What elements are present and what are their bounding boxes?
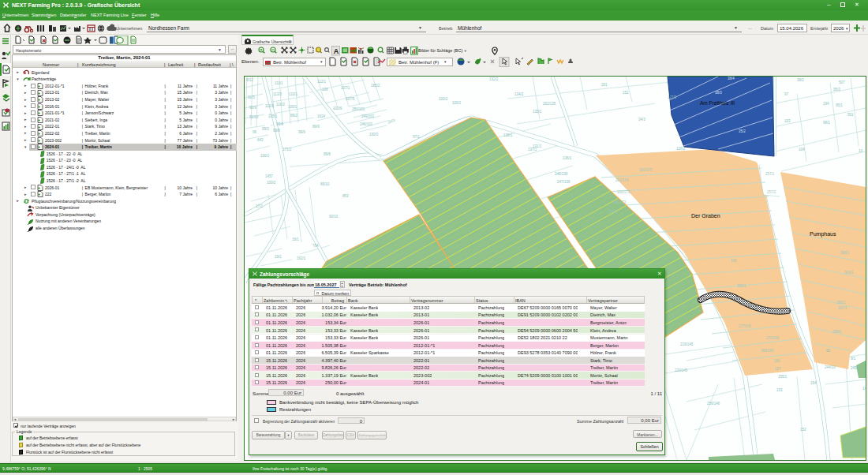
svg-text:89/9: 89/9	[312, 125, 320, 129]
svg-text:99/9: 99/9	[298, 130, 305, 134]
svg-text:10: 10	[859, 149, 863, 153]
svg-text:38/3: 38/3	[715, 91, 722, 95]
svg-text:203/174: 203/174	[615, 178, 629, 182]
svg-text:97/1: 97/1	[413, 135, 420, 139]
svg-text:152: 152	[623, 91, 629, 95]
svg-text:97: 97	[784, 92, 789, 96]
svg-text:17/2: 17/2	[256, 204, 263, 208]
svg-text:247/139: 247/139	[557, 180, 571, 184]
svg-text:171/2: 171/2	[282, 148, 292, 151]
svg-text:99/8: 99/8	[273, 129, 280, 133]
svg-text:308/1: 308/1	[840, 251, 850, 255]
svg-text:100/1: 100/1	[452, 101, 462, 105]
svg-text:202/173: 202/173	[617, 190, 630, 194]
svg-text:269/160: 269/160	[761, 349, 774, 353]
svg-text:249/101: 249/101	[361, 114, 375, 118]
svg-text:50/10: 50/10	[249, 115, 259, 119]
svg-text:95/1: 95/1	[836, 103, 843, 107]
svg-text:157: 157	[775, 367, 781, 371]
svg-text:100/2: 100/2	[267, 181, 276, 185]
svg-text:38/4: 38/4	[728, 77, 735, 80]
svg-text:100/2: 100/2	[439, 97, 448, 101]
svg-text:138/1: 138/1	[503, 133, 513, 137]
svg-text:A: A	[334, 47, 339, 55]
svg-text:Pumphaus: Pumphaus	[810, 231, 836, 238]
svg-text:Der Graben: Der Graben	[691, 213, 720, 219]
svg-text:358/1: 358/1	[737, 284, 746, 288]
svg-text:38/2: 38/2	[797, 78, 804, 82]
svg-text:92: 92	[826, 349, 831, 353]
svg-text:1457: 1457	[265, 174, 274, 178]
svg-text:89/10: 89/10	[320, 182, 330, 186]
svg-text:136/1: 136/1	[563, 156, 572, 160]
svg-text:19/1: 19/1	[275, 255, 282, 259]
svg-text:309/1: 309/1	[844, 271, 854, 275]
svg-text:102/6: 102/6	[333, 107, 342, 110]
svg-text:165: 165	[774, 359, 780, 363]
svg-text:853: 853	[342, 194, 349, 198]
svg-text:91/5: 91/5	[248, 95, 255, 99]
svg-text:201: 201	[601, 83, 608, 87]
svg-text:153: 153	[776, 388, 783, 392]
svg-text:152: 152	[800, 428, 806, 432]
svg-text:100/1: 100/1	[288, 105, 297, 109]
svg-text:34/3: 34/3	[638, 118, 645, 122]
svg-text:250/101: 250/101	[352, 107, 365, 111]
svg-text:202/135: 202/135	[543, 102, 556, 106]
svg-text:200/175: 200/175	[639, 168, 653, 172]
svg-text:246/139: 246/139	[555, 172, 568, 176]
svg-text:110/2: 110/2	[276, 103, 285, 107]
svg-text:257/1: 257/1	[765, 172, 775, 176]
svg-text:100/1: 100/1	[260, 154, 270, 158]
svg-text:107/5: 107/5	[346, 97, 355, 101]
svg-text:1624: 1624	[317, 114, 326, 118]
svg-text:202/172: 202/172	[613, 200, 627, 204]
svg-text:246/101: 246/101	[360, 122, 373, 126]
svg-text:99/4: 99/4	[276, 122, 283, 126]
svg-text:108: 108	[322, 88, 328, 92]
svg-text:110/3: 110/3	[265, 104, 274, 108]
svg-text:162/1: 162/1	[297, 256, 306, 260]
svg-text:154: 154	[810, 381, 817, 385]
svg-text:98/1: 98/1	[823, 121, 830, 125]
svg-text:194: 194	[823, 102, 829, 106]
svg-text:Am Frettholz III: Am Frettholz III	[700, 100, 735, 106]
svg-text:270/160: 270/160	[766, 336, 780, 340]
svg-text:111/1: 111/1	[275, 81, 283, 85]
svg-text:126/2: 126/2	[676, 147, 686, 151]
svg-text:219/145: 219/145	[680, 342, 694, 346]
svg-text:306/1: 306/1	[836, 301, 846, 305]
svg-text:104: 104	[799, 148, 805, 151]
svg-text:100/3: 100/3	[369, 133, 379, 137]
svg-text:307/1: 307/1	[838, 306, 847, 310]
svg-text:155/1: 155/1	[778, 375, 788, 379]
svg-text:99/3: 99/3	[262, 127, 269, 131]
svg-text:256/146: 256/146	[707, 402, 720, 406]
svg-text:96: 96	[253, 130, 257, 134]
svg-text:277/161: 277/161	[739, 324, 752, 328]
svg-text:90/10: 90/10	[329, 215, 339, 219]
svg-text:127/3: 127/3	[668, 95, 677, 99]
svg-text:245/1: 245/1	[851, 366, 860, 370]
svg-text:113/3: 113/3	[273, 92, 282, 96]
svg-text:257/2: 257/2	[767, 190, 776, 194]
svg-text:105/1: 105/1	[268, 114, 278, 118]
svg-text:107/1: 107/1	[341, 86, 350, 90]
svg-text:35/2: 35/2	[739, 129, 746, 133]
svg-text:298/2: 298/2	[832, 330, 842, 334]
svg-text:103: 103	[784, 119, 791, 123]
svg-text:110/1: 110/1	[289, 92, 297, 96]
svg-text:166: 166	[731, 259, 737, 263]
svg-text:18/1: 18/1	[292, 238, 299, 241]
svg-text:137/1: 137/1	[528, 148, 537, 151]
svg-text:764: 764	[312, 244, 319, 248]
svg-text:501: 501	[847, 113, 854, 117]
svg-text:14: 14	[862, 387, 866, 391]
svg-text:112/1: 112/1	[317, 80, 326, 84]
svg-text:507: 507	[839, 80, 845, 84]
svg-text:9/1: 9/1	[851, 357, 856, 361]
svg-text:134/2: 134/2	[514, 92, 524, 96]
svg-text:135/1: 135/1	[533, 110, 542, 114]
svg-text:132/2: 132/2	[489, 77, 499, 81]
svg-text:244/10: 244/10	[825, 365, 836, 369]
